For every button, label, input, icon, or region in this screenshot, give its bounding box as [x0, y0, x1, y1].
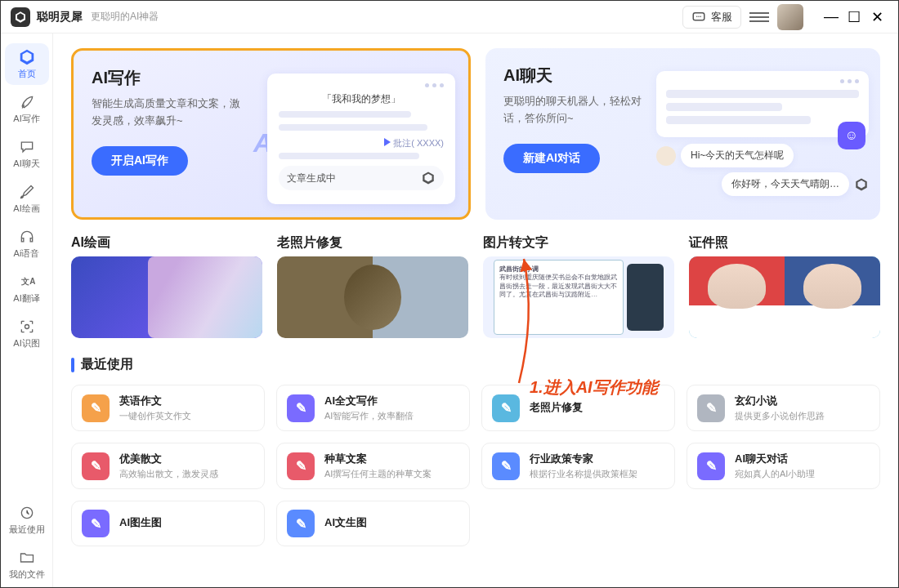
recent-grid: ✎ 英语作文 一键创作英文作文 ✎ AI全文写作 AI智能写作，效率翻倍 ✎ 老…	[71, 385, 880, 546]
headphone-icon	[18, 228, 36, 246]
recent-item-icon: ✎	[287, 510, 315, 537]
feather-icon	[18, 93, 36, 111]
scan-icon	[18, 318, 36, 336]
card-desc: 智能生成高质量文章和文案，激发灵感，效率飙升~	[92, 96, 247, 130]
tile-paint[interactable]: AI绘画	[71, 234, 262, 338]
recent-item[interactable]: ✎ AI全文写作 AI智能写作，效率翻倍	[276, 385, 470, 431]
recent-item-icon: ✎	[82, 510, 110, 537]
sidebar-item-voice[interactable]: Ai语音	[5, 223, 49, 265]
recent-item-icon: ✎	[82, 452, 110, 480]
hex-logo-icon	[854, 177, 869, 192]
recent-item-icon: ✎	[287, 394, 315, 422]
recent-item-sub: AI撰写任何主题的种草文案	[324, 468, 459, 480]
svg-point-1	[696, 16, 698, 17]
hero-card-chat[interactable]: AI聊天 更聪明的聊天机器人，轻松对话，答你所问~ 新建AI对话 ☺ Hi~今天…	[485, 48, 880, 220]
recent-item[interactable]: ✎ AI文生图	[276, 501, 470, 546]
recent-item[interactable]: ✎ AI聊天对话 宛如真人的AI小助理	[687, 443, 880, 489]
recent-item-sub: AI智能写作，效率翻倍	[324, 410, 459, 422]
recent-item-icon: ✎	[82, 394, 110, 422]
clock-icon	[18, 504, 36, 522]
recent-item-sub: 一键创作英文作文	[119, 410, 254, 422]
sidebar-item-home[interactable]: 首页	[5, 43, 49, 85]
recent-item[interactable]: ✎ 行业政策专家 根据行业名称提供政策框架	[481, 443, 675, 489]
svg-point-2	[698, 16, 700, 17]
close-button[interactable]: ✕	[865, 8, 888, 26]
tile-thumb: 武昌街的小调有时候到重庆随便买书总会不自觉地跟武昌街拐去走一段，最近发现武昌街大…	[483, 256, 674, 338]
tile-thumb	[71, 256, 262, 338]
sidebar-item-paint[interactable]: AI绘画	[5, 178, 49, 220]
recent-item-sub: 提供更多小说创作思路	[735, 410, 870, 422]
sidebar-item-chat[interactable]: AI聊天	[5, 133, 49, 175]
recent-item[interactable]: ✎ 玄幻小说 提供更多小说创作思路	[687, 385, 880, 431]
recent-item-title: 行业政策专家	[530, 452, 664, 466]
tile-restore[interactable]: 老照片修复	[277, 234, 468, 338]
recent-item-title: AI图生图	[119, 515, 254, 530]
recent-item-sub: 宛如真人的AI小助理	[735, 468, 870, 480]
hero-card-write[interactable]: AI写作 智能生成高质量文章和文案，激发灵感，效率飙升~ 开启AI写作 AI 「…	[71, 48, 471, 220]
recent-item-title: 优美散文	[119, 452, 254, 466]
app-subtitle: 更聪明的AI神器	[91, 10, 682, 24]
recent-item-title: AI文生图	[324, 515, 459, 530]
brush-icon	[18, 183, 36, 201]
sidebar-item-ocr[interactable]: AI识图	[5, 313, 49, 354]
start-write-button[interactable]: 开启AI写作	[92, 146, 188, 176]
recent-item[interactable]: ✎ 英语作文 一键创作英文作文	[71, 385, 265, 431]
recent-item-title: 老照片修复	[530, 400, 664, 415]
recent-item[interactable]: ✎ 优美散文 高效输出散文，激发灵感	[71, 443, 265, 489]
app-logo	[11, 7, 30, 27]
recent-item-sub: 高效输出散文，激发灵感	[119, 468, 254, 480]
main-content: AI写作 智能生成高质量文章和文案，激发灵感，效率飙升~ 开启AI写作 AI 「…	[53, 33, 898, 588]
recent-item-title: 玄幻小说	[735, 394, 870, 408]
menu-icon[interactable]	[749, 7, 769, 27]
chat-fab-icon: ☺	[838, 122, 865, 149]
recent-item-icon: ✎	[492, 394, 520, 422]
sidebar-item-write[interactable]: AI写作	[5, 88, 49, 130]
recent-item[interactable]: ✎ 老照片修复	[481, 385, 675, 431]
write-preview: 「我和我的梦想」 批注( XXXX) 文章生成中	[267, 74, 455, 204]
recent-item-icon: ✎	[697, 394, 725, 422]
recent-heading: 最近使用	[71, 356, 880, 373]
recent-item-icon: ✎	[492, 452, 520, 480]
sidebar: 首页 AI写作 AI聊天 AI绘画 Ai语音 文A AI翻译 AI识图	[1, 33, 53, 588]
maximize-button[interactable]: ☐	[843, 8, 865, 26]
user-avatar-icon	[656, 146, 676, 166]
svg-text:文A: 文A	[20, 277, 35, 286]
svg-point-3	[700, 16, 702, 17]
sidebar-item-translate[interactable]: 文A AI翻译	[5, 268, 49, 310]
recent-item-sub: 根据行业名称提供政策框架	[530, 468, 664, 480]
chat-preview: ☺ Hi~今天的天气怎样呢 你好呀，今天天气晴朗…	[656, 71, 869, 196]
folder-icon	[18, 549, 36, 567]
start-chat-button[interactable]: 新建AI对话	[503, 144, 600, 173]
recent-item[interactable]: ✎ 种草文案 AI撰写任何主题的种草文案	[276, 443, 470, 489]
recent-item-icon: ✎	[287, 452, 315, 480]
support-button[interactable]: 客服	[682, 6, 741, 29]
svg-point-5	[25, 325, 29, 329]
avatar[interactable]	[777, 4, 803, 30]
titlebar: 聪明灵犀 更聪明的AI神器 客服 — ☐ ✕	[1, 1, 898, 33]
hex-logo-icon	[421, 171, 436, 185]
recent-item[interactable]: ✎ AI图生图	[71, 501, 265, 546]
tile-thumb	[277, 256, 468, 338]
sidebar-item-files[interactable]: 我的文件	[5, 544, 49, 586]
card-desc: 更聪明的聊天机器人，轻松对话，答你所问~	[503, 93, 659, 127]
recent-item-title: AI全文写作	[324, 394, 459, 408]
app-name: 聪明灵犀	[37, 10, 83, 24]
window-dots-icon	[279, 83, 444, 87]
sidebar-item-recent[interactable]: 最近使用	[5, 499, 49, 541]
tile-ocr[interactable]: 图片转文字 武昌街的小调有时候到重庆随便买书总会不自觉地跟武昌街拐去走一段，最近…	[483, 234, 674, 338]
tile-thumb	[689, 256, 880, 338]
translate-icon: 文A	[18, 273, 36, 291]
recent-item-title: 种草文案	[324, 452, 459, 466]
home-icon	[18, 48, 36, 66]
recent-item-icon: ✎	[697, 452, 725, 480]
chat-icon	[18, 138, 36, 156]
window-dots-icon	[666, 79, 859, 83]
recent-item-title: 英语作文	[119, 394, 254, 408]
recent-item-title: AI聊天对话	[735, 452, 870, 466]
minimize-button[interactable]: —	[820, 8, 843, 25]
chat-bubble-icon	[691, 10, 706, 24]
tile-idphoto[interactable]: 证件照	[689, 234, 880, 338]
